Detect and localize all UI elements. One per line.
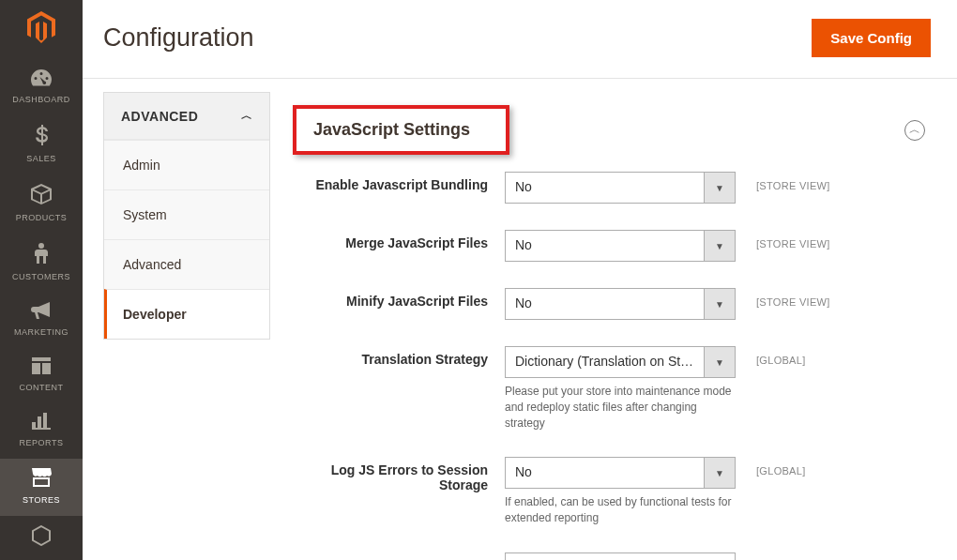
sidebar-item-dashboard[interactable]: DASHBOARD	[0, 60, 83, 115]
sidebar-item-customers[interactable]: CUSTOMERS	[0, 234, 83, 293]
sidebar-item-products[interactable]: PRODUCTS	[0, 174, 83, 234]
sidebar-item-system[interactable]	[0, 516, 83, 560]
field-scope: [GLOBAL]	[736, 346, 858, 366]
field-merge-js: Merge JavaScript Files No ▼ [STORE VIEW]	[287, 230, 931, 262]
sidebar-item-sales[interactable]: SALES	[0, 115, 83, 174]
config-group-advanced[interactable]: ADVANCED ︿	[104, 93, 269, 140]
select-minify-js[interactable]: No ▼	[505, 288, 736, 320]
field-note: If enabled, can be used by functional te…	[505, 494, 736, 526]
chevron-down-icon: ▼	[704, 172, 736, 204]
config-subitem-system[interactable]: System	[104, 189, 269, 239]
field-translation: Translation Strategy Dictionary (Transla…	[287, 346, 931, 431]
chevron-down-icon: ▼	[704, 230, 736, 262]
sidebar-item-reports[interactable]: REPORTS	[0, 403, 83, 459]
field-scope: [GLOBAL]	[736, 552, 858, 560]
field-scope: [GLOBAL]	[736, 457, 858, 477]
chevron-down-icon: ▼	[704, 346, 736, 378]
collapse-toggle[interactable]: ︿	[904, 120, 925, 141]
section-title: JavaScript Settings	[313, 120, 470, 139]
field-log-errors: Log JS Errors to Session Storage No ▼ If…	[287, 457, 931, 526]
config-group-label: ADVANCED	[121, 109, 198, 124]
bar-chart-icon	[32, 413, 51, 434]
sidebar-item-stores[interactable]: STORES	[0, 459, 83, 516]
page-title: Configuration	[103, 23, 254, 53]
section-header[interactable]: JavaScript Settings ︿	[287, 92, 931, 172]
person-icon	[35, 243, 48, 268]
chevron-up-icon: ︿	[241, 108, 253, 124]
hexagon-icon	[32, 525, 51, 551]
field-scope: [STORE VIEW]	[736, 230, 858, 250]
field-label: Merge JavaScript Files	[287, 230, 505, 250]
field-label: Minify JavaScript Files	[287, 288, 505, 309]
config-nav: ADVANCED ︿ Admin System Advanced Develop…	[83, 79, 270, 560]
config-subitem-admin[interactable]: Admin	[104, 140, 269, 189]
input-log-errors-key[interactable]	[505, 552, 736, 560]
gauge-icon	[31, 69, 52, 91]
field-label: Log JS Errors to Session Storage	[287, 457, 505, 492]
magento-logo[interactable]	[23, 11, 60, 43]
admin-sidebar: DASHBOARD SALES PRODUCTS CUSTOMERS MARKE…	[0, 0, 83, 560]
sidebar-item-label: PRODUCTS	[16, 213, 68, 222]
chevron-up-icon: ︿	[909, 122, 920, 138]
layout-icon	[32, 357, 51, 379]
field-label: Enable Javascript Bundling	[287, 172, 505, 192]
page-header: Configuration Save Config	[83, 0, 957, 79]
field-minify-js: Minify JavaScript Files No ▼ [STORE VIEW…	[287, 288, 931, 320]
sidebar-item-label: CUSTOMERS	[12, 272, 70, 281]
sidebar-item-content[interactable]: CONTENT	[0, 348, 83, 403]
sidebar-item-label: DASHBOARD	[12, 95, 70, 104]
sidebar-item-label: REPORTS	[20, 438, 64, 447]
select-merge-js[interactable]: No ▼	[505, 230, 736, 262]
select-log-errors[interactable]: No ▼	[505, 457, 736, 489]
store-icon	[31, 468, 52, 492]
sidebar-item-label: MARKETING	[14, 327, 68, 337]
save-config-button[interactable]: Save Config	[812, 19, 931, 57]
settings-panel: JavaScript Settings ︿ Enable Javascript …	[270, 79, 957, 560]
field-scope: [STORE VIEW]	[736, 288, 858, 308]
chevron-down-icon: ▼	[704, 457, 736, 489]
sidebar-item-label: SALES	[26, 154, 56, 163]
select-enable-bundling[interactable]: No ▼	[505, 172, 736, 204]
field-log-errors-key: Log JS Errors to Session Storage Key Use…	[287, 552, 931, 560]
megaphone-icon	[31, 302, 52, 324]
field-scope: [STORE VIEW]	[736, 172, 858, 191]
field-note: Please put your store into maintenance m…	[505, 384, 736, 431]
select-translation[interactable]: Dictionary (Translation on Storefront si…	[505, 346, 736, 378]
field-label: Translation Strategy	[287, 346, 505, 367]
config-subitem-advanced[interactable]: Advanced	[104, 239, 269, 289]
dollar-icon	[35, 125, 48, 150]
sidebar-item-label: STORES	[23, 495, 60, 505]
section-title-highlight: JavaScript Settings	[293, 105, 509, 155]
box-icon	[31, 184, 52, 209]
config-subitem-developer[interactable]: Developer	[104, 289, 269, 339]
field-label: Log JS Errors to Session Storage Key	[287, 552, 505, 560]
field-enable-bundling: Enable Javascript Bundling No ▼ [STORE V…	[287, 172, 931, 204]
sidebar-item-marketing[interactable]: MARKETING	[0, 293, 83, 348]
sidebar-item-label: CONTENT	[20, 383, 64, 392]
chevron-down-icon: ▼	[704, 288, 736, 320]
